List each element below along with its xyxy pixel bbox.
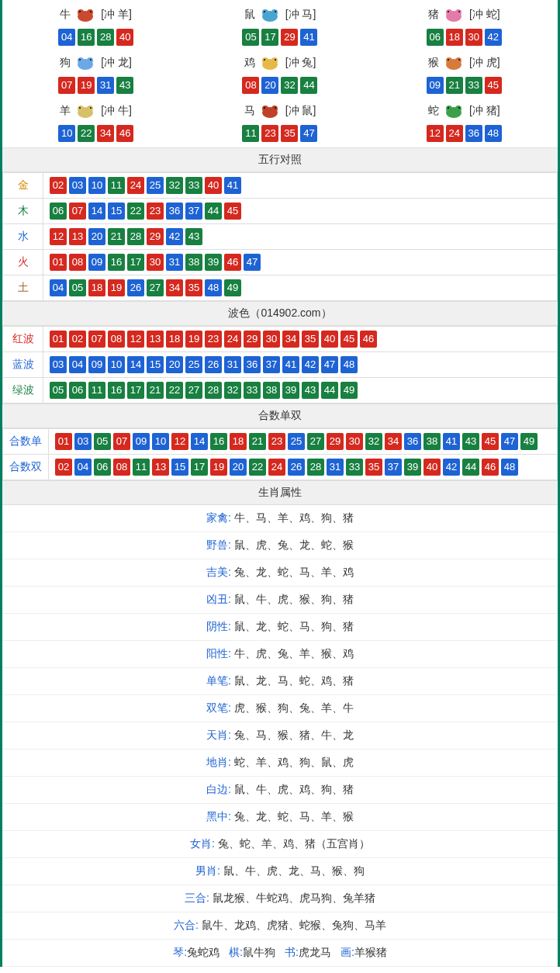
zodiac-cell: 蛇[冲 猪]12243648: [373, 99, 555, 145]
ball-46: 46: [482, 459, 499, 476]
svg-point-7: [271, 9, 278, 16]
ball-27: 27: [147, 279, 164, 296]
ball-36: 36: [465, 125, 482, 142]
ball-04: 04: [74, 459, 92, 476]
zodiac-title: 鸡[冲 兔]: [192, 54, 368, 72]
attr-value: 兔、龙、蛇、马、羊、猴: [234, 810, 354, 822]
ball-30: 30: [346, 433, 363, 450]
ball-19: 19: [78, 77, 95, 94]
zodiac-name: 鸡: [244, 56, 255, 70]
svg-point-28: [448, 59, 449, 61]
ball-10: 10: [108, 356, 125, 373]
ball-45: 45: [340, 331, 358, 348]
attr-row: 黑中:兔、龙、蛇、马、羊、猴: [2, 804, 558, 831]
ball-09: 09: [133, 433, 150, 450]
ball-12: 12: [171, 433, 188, 450]
ball-01: 01: [50, 254, 67, 271]
attr-label: 三合:: [185, 892, 209, 904]
ball-22: 22: [127, 203, 144, 220]
attr-row: 单笔:鼠、龙、马、蛇、鸡、猪: [2, 668, 558, 695]
svg-point-22: [271, 57, 278, 64]
ball-30: 30: [147, 254, 164, 271]
row-balls: 0103050709101214161821232527293032343638…: [49, 429, 558, 455]
zodiac-name: 马: [244, 104, 255, 118]
attr-row: 阴性:鼠、龙、蛇、马、狗、猪: [2, 614, 558, 641]
ball-31: 31: [166, 254, 183, 271]
ball-48: 48: [205, 279, 222, 296]
ball-18: 18: [88, 279, 105, 296]
last-key: 画:: [340, 946, 354, 958]
ball-36: 36: [404, 433, 421, 450]
last-value: 虎龙马: [299, 946, 331, 958]
ball-12: 12: [127, 331, 144, 348]
ball-22: 22: [78, 125, 95, 142]
last-group: 画:羊猴猪: [340, 946, 387, 960]
ball-30: 30: [263, 331, 280, 348]
ball-21: 21: [108, 228, 125, 245]
ball-08: 08: [108, 331, 125, 348]
attr-row: 阳性:牛、虎、兔、羊、猴、鸡: [2, 641, 558, 668]
ball-34: 34: [97, 125, 114, 142]
attr-row: 双笔:虎、猴、狗、兔、羊、牛: [2, 695, 558, 722]
zodiac-balls: 10223446: [8, 125, 184, 142]
attr-list: 家禽:牛、马、羊、鸡、狗、猪野兽:鼠、虎、兔、龙、蛇、猴吉美:兔、龙、蛇、马、羊…: [2, 505, 558, 940]
attr-label: 吉美:: [206, 566, 231, 578]
ball-07: 07: [88, 331, 105, 348]
ball-45: 45: [224, 203, 241, 220]
attr-row: 天肖:兔、马、猴、猪、牛、龙: [2, 722, 558, 750]
ball-47: 47: [300, 125, 317, 142]
table-row: 绿波05061116172122272832333839434449: [3, 378, 558, 403]
ball-06: 06: [94, 459, 111, 476]
ball-20: 20: [166, 356, 183, 373]
ball-43: 43: [185, 228, 202, 245]
attr-value: 牛、马、羊、鸡、狗、猪: [234, 511, 354, 524]
ball-14: 14: [127, 356, 144, 373]
ball-30: 30: [465, 29, 482, 46]
table-row: 合数单0103050709101214161821232527293032343…: [3, 429, 558, 455]
ball-35: 35: [365, 459, 382, 476]
ball-01: 01: [55, 433, 72, 450]
ball-17: 17: [127, 382, 144, 399]
zodiac-conflict: [冲 蛇]: [469, 8, 500, 22]
ball-12: 12: [427, 125, 444, 142]
ball-28: 28: [97, 29, 114, 46]
ball-28: 28: [127, 228, 144, 245]
last-value: 鼠牛狗: [243, 946, 275, 958]
ball-03: 03: [74, 433, 92, 450]
attr-label: 六合:: [174, 919, 199, 931]
ball-01: 01: [50, 331, 67, 348]
ball-37: 37: [385, 459, 402, 476]
zodiac-balls: 06183042: [376, 29, 552, 46]
zodiac-title: 狗[冲 龙]: [8, 54, 184, 72]
ball-02: 02: [55, 459, 72, 476]
zodiac-cell: 狗[冲 龙]07193143: [5, 50, 187, 97]
zodiac-icon: [72, 5, 99, 24]
ball-26: 26: [205, 356, 222, 373]
ball-24: 24: [268, 459, 285, 476]
ball-32: 32: [281, 77, 298, 94]
ball-09: 09: [88, 254, 105, 271]
ball-31: 31: [97, 77, 114, 94]
zodiac-name: 羊: [60, 104, 71, 118]
row-balls: 06071415222336374445: [43, 199, 558, 224]
attr-value: 鼠牛、龙鸡、虎猪、蛇猴、兔狗、马羊: [202, 919, 386, 931]
ball-18: 18: [230, 433, 247, 450]
row-balls: 03040910141520252631363741424748: [43, 352, 558, 378]
ball-08: 08: [242, 77, 259, 94]
ball-41: 41: [300, 29, 317, 46]
last-value: 兔蛇鸡: [187, 946, 220, 958]
zodiac-cell: 鼠[冲 马]05172941: [188, 2, 371, 49]
table-row: 合数双0204060811131517192022242628313335373…: [3, 455, 558, 480]
svg-point-26: [446, 57, 452, 64]
zodiac-name: 猪: [428, 8, 439, 22]
zodiac-icon: [257, 102, 284, 120]
ball-21: 21: [147, 382, 164, 399]
zodiac-name: 蛇: [428, 104, 439, 118]
ball-29: 29: [147, 228, 164, 245]
zodiac-name: 牛: [60, 8, 71, 22]
attr-row: 三合:鼠龙猴、牛蛇鸡、虎马狗、兔羊猪: [2, 885, 558, 912]
ball-16: 16: [78, 29, 95, 46]
ball-18: 18: [446, 29, 463, 46]
svg-point-6: [262, 9, 268, 16]
ball-11: 11: [88, 382, 105, 399]
